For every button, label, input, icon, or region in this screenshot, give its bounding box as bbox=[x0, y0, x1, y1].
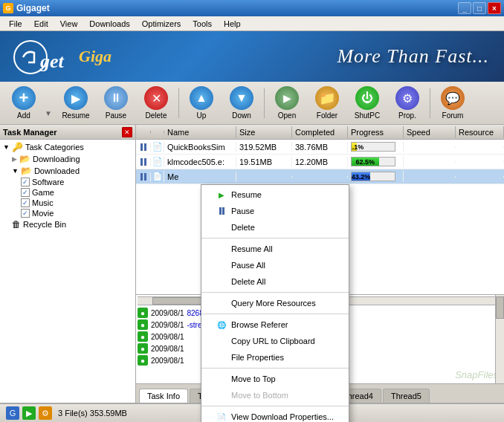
ctx-view-properties[interactable]: 📄 View Download Properties... bbox=[201, 409, 349, 422]
th-completed[interactable]: Completed bbox=[292, 126, 348, 138]
log-status-icon-2: ● bbox=[138, 319, 148, 330]
log-time-3: 2009/08/1 bbox=[151, 333, 184, 341]
resume-button[interactable]: ▶ Resume bbox=[56, 85, 95, 122]
folder-button[interactable]: 📁 Folder bbox=[308, 85, 346, 122]
tree-item-recycle[interactable]: 🗑 Recycle Bin bbox=[1, 218, 134, 230]
status-icons: G ▶ ⚙ bbox=[6, 406, 52, 420]
music-checkbox[interactable]: ✓ bbox=[21, 198, 30, 207]
th-progress[interactable]: Progress bbox=[348, 126, 404, 138]
table-row-selected[interactable]: 📄 Me 43.2% bbox=[136, 169, 504, 184]
up-button[interactable]: ▲ Up bbox=[182, 85, 221, 122]
row1-resource bbox=[456, 146, 504, 148]
menu-optimizers[interactable]: Optimizers bbox=[136, 18, 187, 30]
row3-name: Me bbox=[164, 172, 236, 182]
ctx-pause[interactable]: Pause bbox=[201, 203, 349, 219]
ctx-move-top[interactable]: Move to Top bbox=[201, 371, 349, 387]
watermark: SnapFiles bbox=[455, 369, 498, 380]
close-button[interactable]: × bbox=[488, 2, 501, 14]
pause-label: Pause bbox=[106, 111, 126, 120]
ctx-file-properties[interactable]: File Properties bbox=[201, 349, 349, 366]
vscrollbar-thumb[interactable] bbox=[496, 296, 504, 319]
tab-task-info[interactable]: Task Info bbox=[139, 389, 188, 403]
ctx-separator-3 bbox=[201, 314, 349, 314]
ctx-resume[interactable]: ▶ Resume bbox=[201, 186, 349, 203]
tree-categories-label: Task Categories bbox=[25, 143, 84, 152]
tree-item-software[interactable]: ✓ Software bbox=[1, 177, 134, 187]
ctx-pause-all-label: Pause All bbox=[231, 261, 265, 270]
pause-status-icon-2 bbox=[140, 158, 146, 166]
resume-icon: ▶ bbox=[64, 86, 88, 110]
banner: get Giga More Than Fast... bbox=[0, 31, 504, 82]
ctx-query-resources[interactable]: Query More Resources bbox=[201, 295, 349, 311]
expand-icon: ▼ bbox=[3, 143, 10, 151]
tree-item-downloaded[interactable]: ▼ 📂 Downloaded bbox=[1, 165, 134, 177]
software-checkbox[interactable]: ✓ bbox=[21, 178, 30, 186]
pause-button[interactable]: ⏸ Pause bbox=[97, 85, 135, 122]
th-resource[interactable]: Resource bbox=[456, 126, 504, 138]
status-icon-3[interactable]: ⚙ bbox=[39, 406, 52, 420]
row2-name: klmcodec505.e: bbox=[164, 157, 236, 167]
log-time: 2009/08/1 bbox=[151, 309, 184, 317]
menu-tools[interactable]: Tools bbox=[187, 18, 218, 30]
shutpc-icon: ⏻ bbox=[355, 86, 379, 110]
ctx-movebottom-icon bbox=[216, 390, 227, 400]
tree-item-movie[interactable]: ✓ Movie bbox=[1, 208, 134, 218]
svg-text:get: get bbox=[39, 51, 65, 72]
row3-completed bbox=[292, 176, 348, 178]
shutpc-button[interactable]: ⏻ ShutPC bbox=[348, 85, 387, 122]
pause-status-icon-3 bbox=[140, 173, 146, 181]
menu-file[interactable]: File bbox=[3, 18, 28, 30]
file-type-icon-3: 📄 bbox=[152, 172, 163, 181]
toolbar: + Add ▼ ▶ Resume ⏸ Pause ✕ Delete ▲ Up ▼… bbox=[0, 82, 504, 125]
vertical-scrollbar[interactable] bbox=[495, 295, 504, 383]
maximize-button[interactable]: □ bbox=[473, 2, 486, 14]
ctx-query-icon bbox=[216, 298, 227, 308]
tree-music-label: Music bbox=[32, 198, 54, 207]
ctx-copy-url[interactable]: Copy URL to Clipboard bbox=[201, 333, 349, 349]
ctx-delete-all[interactable]: Delete All bbox=[201, 273, 349, 290]
ctx-resume-all[interactable]: Resume All bbox=[201, 241, 349, 257]
row2-completed: 12.20MB bbox=[292, 157, 348, 167]
tree-item-downloading[interactable]: ▶ 📂 Downloading bbox=[1, 153, 134, 165]
row2-status bbox=[136, 158, 151, 166]
row3-icon: 📄 bbox=[151, 171, 164, 182]
table-row[interactable]: 📄 QuickBooksSim 319.52MB 38.76MB 12.1% bbox=[136, 140, 504, 155]
delete-button[interactable]: ✕ Delete bbox=[137, 85, 175, 122]
down-label: Down bbox=[232, 111, 251, 120]
open-button[interactable]: ▶ Open bbox=[268, 85, 306, 122]
status-icon-1[interactable]: G bbox=[6, 406, 19, 420]
add-button[interactable]: + Add bbox=[4, 85, 43, 122]
th-size[interactable]: Size bbox=[236, 126, 292, 138]
menu-view[interactable]: View bbox=[54, 18, 84, 30]
tree-downloading-label: Downloading bbox=[33, 155, 80, 163]
menu-downloads[interactable]: Downloads bbox=[83, 18, 135, 30]
game-checkbox[interactable]: ✓ bbox=[21, 188, 30, 197]
log-time-4: 2009/08/1 bbox=[151, 345, 184, 353]
pause-status-icon bbox=[140, 143, 146, 151]
menu-edit[interactable]: Edit bbox=[28, 18, 54, 30]
banner-slogan: More Than Fast... bbox=[337, 45, 489, 68]
th-speed[interactable]: Speed bbox=[404, 126, 456, 138]
ctx-separator-1 bbox=[201, 238, 349, 238]
add-dropdown-arrow[interactable]: ▼ bbox=[45, 85, 55, 122]
tree-item-categories[interactable]: ▼ 🔑 Task Categories bbox=[1, 141, 134, 153]
sidebar-close-button[interactable]: ✕ bbox=[122, 127, 132, 137]
row1-progress-fill: 12.1% bbox=[352, 143, 357, 151]
ctx-browse-referer[interactable]: 🌐 Browse Referer bbox=[201, 316, 349, 333]
tree-item-game[interactable]: ✓ Game bbox=[1, 187, 134, 198]
title-bar-text: Gigaget bbox=[16, 3, 50, 13]
movie-checkbox[interactable]: ✓ bbox=[21, 209, 30, 218]
tree-item-music[interactable]: ✓ Music bbox=[1, 198, 134, 208]
ctx-delete-all-icon bbox=[216, 276, 227, 287]
tab-thread5[interactable]: Thread5 bbox=[383, 389, 430, 403]
status-icon-2[interactable]: ▶ bbox=[22, 406, 36, 420]
minimize-button[interactable]: _ bbox=[458, 2, 471, 14]
table-row[interactable]: 📄 klmcodec505.e: 19.51MB 12.20MB 62.5% bbox=[136, 155, 504, 169]
ctx-pause-all[interactable]: Pause All bbox=[201, 257, 349, 273]
ctx-delete[interactable]: Delete bbox=[201, 219, 349, 236]
forum-button[interactable]: 💬 Forum bbox=[433, 85, 472, 122]
down-button[interactable]: ▼ Down bbox=[222, 85, 261, 122]
prop-button[interactable]: ⚙ Prop. bbox=[388, 85, 427, 122]
th-name[interactable]: Name bbox=[164, 126, 236, 138]
menu-help[interactable]: Help bbox=[218, 18, 247, 30]
